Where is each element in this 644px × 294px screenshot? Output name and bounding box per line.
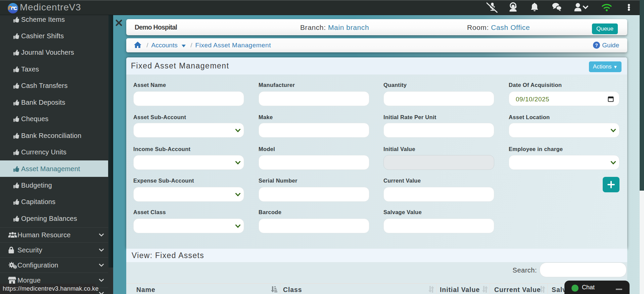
svg-text:?: ? bbox=[595, 43, 598, 48]
